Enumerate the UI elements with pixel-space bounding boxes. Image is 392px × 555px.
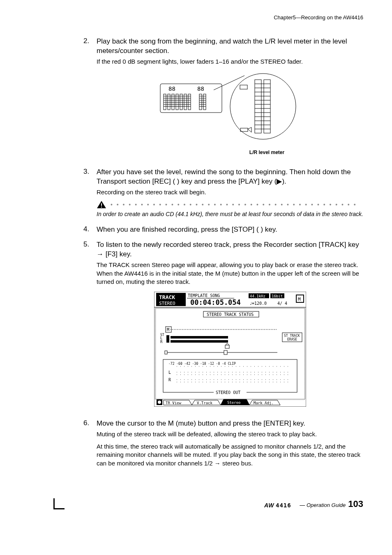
chapter-header: Chapter5—Recording on the AW4416 — [53, 14, 363, 21]
svg-rect-4 — [168, 94, 170, 110]
footer-guide: — Operation Guide — [300, 502, 346, 508]
svg-rect-5 — [172, 94, 174, 110]
svg-rect-43 — [101, 207, 102, 207]
tab-markadj: Mark Adj. — [254, 401, 274, 405]
step-body: Recording on the stereo track will begin… — [97, 188, 363, 196]
stereo-out-label: STEREO OUT — [216, 390, 240, 395]
screen-timecode: 00:04:05.054 — [190, 298, 241, 306]
step-heading: Move the cursor to the M (mute) button a… — [97, 419, 363, 428]
svg-text:88: 88 — [197, 85, 204, 92]
step-5: 5. To listen to the newly recorded stere… — [97, 240, 363, 286]
tab-stereo: Stereo — [227, 401, 241, 405]
step-heading: After you have set the level, rewind the… — [97, 168, 363, 187]
svg-text:-72  -60     -42    -30    -18: -72 -60 -42 -30 -18 -12 -8 -4 CLIP — [168, 362, 236, 366]
svg-text:88: 88 — [168, 85, 175, 92]
step-number: 4. — [83, 225, 89, 233]
screen-title: TRACK — [159, 294, 175, 300]
level-meter-figure: 88 88 — [97, 71, 363, 155]
svg-text:AW: AW — [264, 502, 274, 509]
figure-caption: L/R level meter — [171, 150, 363, 155]
svg-text:ST TRACK: ST TRACK — [284, 334, 300, 338]
step-number: 2. — [83, 37, 89, 45]
svg-rect-41 — [240, 128, 248, 131]
svg-rect-63 — [224, 350, 227, 355]
screen-bits: 16bit — [272, 294, 283, 298]
step-heading: When you are finished recording, press t… — [97, 225, 363, 235]
svg-point-77 — [158, 401, 161, 404]
screen-subtitle: STEREO — [159, 301, 175, 306]
footer-page-number: 103 — [348, 499, 363, 509]
svg-rect-26 — [240, 85, 247, 89]
tab-trview: TR View — [166, 401, 182, 405]
svg-rect-6 — [176, 94, 178, 110]
step-number: 5. — [83, 240, 89, 249]
page-footer: AW4416 — Operation Guide 103 — [264, 499, 363, 509]
step-number: 3. — [83, 168, 89, 176]
step-6: 6. Move the cursor to the M (mute) butto… — [97, 419, 363, 467]
step-number: 6. — [83, 419, 89, 427]
svg-rect-9 — [188, 94, 191, 110]
step-4: 4. When you are finished recording, pres… — [97, 225, 363, 235]
warning-icon — [97, 200, 106, 209]
svg-rect-60 — [171, 340, 228, 343]
step-2: 2. Play back the song from the beginning… — [97, 37, 363, 66]
screen-template: TEMPLATE_SONG — [188, 293, 220, 298]
svg-rect-7 — [180, 94, 182, 110]
screen-tempo: ♩=120.0 — [249, 301, 267, 306]
dotted-rule: • • • • • • • • • • • • • • • • • • • • … — [111, 201, 363, 208]
mute-button: M — [167, 327, 169, 332]
footer-logo: AW4416 — [264, 502, 297, 509]
svg-text:4416: 4416 — [276, 502, 291, 509]
step-heading: Play back the song from the beginning, a… — [97, 37, 363, 56]
svg-point-25 — [230, 74, 296, 139]
step-body: If the red 0 dB segment lights, lower fa… — [97, 58, 363, 66]
meter-r-label: R — [168, 378, 171, 382]
step-heading: To listen to the newly recorded stereo t… — [97, 240, 363, 259]
svg-rect-64 — [165, 351, 167, 354]
step-body: The TRACK screen Stereo page will appear… — [97, 261, 363, 286]
svg-text:M: M — [298, 297, 301, 302]
tab-vtrack: V.Track — [197, 401, 213, 405]
svg-rect-10 — [199, 94, 202, 110]
svg-rect-42 — [101, 203, 102, 206]
warning-block: • • • • • • • • • • • • • • • • • • • • … — [97, 200, 363, 218]
svg-rect-3 — [164, 94, 166, 110]
level-meter-diagram-icon: 88 88 — [156, 71, 304, 145]
screen-sig: 4/ 4 — [277, 301, 287, 306]
step-3: 3. After you have set the level, rewind … — [97, 168, 363, 218]
svg-rect-53 — [157, 310, 303, 398]
step-body: Muting of the stereo track will be defea… — [97, 430, 363, 438]
svg-rect-57 — [166, 335, 169, 343]
step-body: At this time, the stereo track will auto… — [97, 442, 363, 467]
svg-rect-8 — [184, 94, 187, 110]
warning-text: In order to create an audio CD (44.1 kHz… — [97, 210, 363, 218]
svg-text:ERASE: ERASE — [287, 338, 297, 341]
st-r-label: R — [160, 340, 163, 344]
svg-rect-11 — [203, 94, 206, 110]
svg-rect-59 — [171, 336, 228, 339]
page-corner-decoration — [53, 498, 65, 509]
screen-status-label: STEREO TRACK STATUS — [207, 312, 254, 317]
track-screen-figure: TRACK STEREO TEMPLATE_SONG 00:04:05.054 … — [154, 292, 306, 407]
screen-rate: 44.1kHz — [250, 294, 265, 298]
meter-l-label: L — [168, 370, 171, 375]
